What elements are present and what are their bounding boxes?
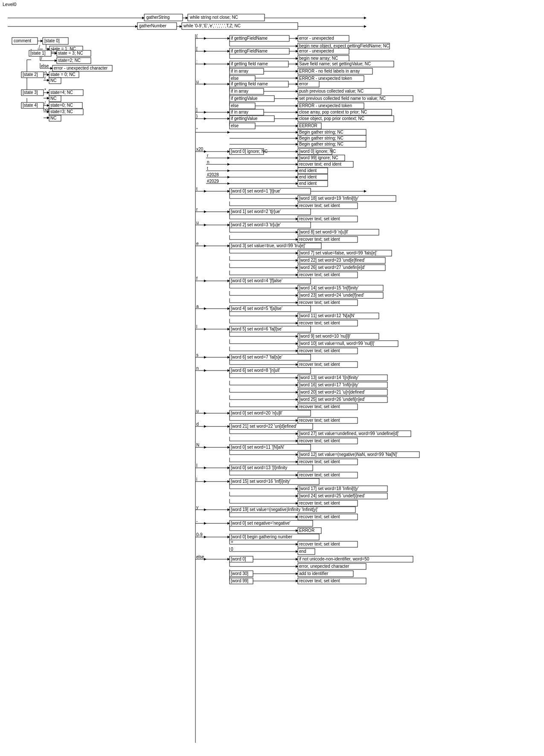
svg-rect-388 [298,459,358,465]
svg-rect-220 [230,188,311,194]
svg-rect-57 [21,90,44,96]
svg-rect-210 [298,174,328,180]
svg-text:recover text; set ident: recover text; set ident [299,300,340,305]
svg-rect-345 [298,389,387,395]
svg-rect-96 [230,48,289,54]
svg-rect-103 [298,55,349,61]
svg-rect-281 [298,285,383,291]
svg-text:y: y [196,505,198,510]
svg-text:recover text; set ident: recover text; set ident [299,203,340,208]
svg-rect-428 [230,520,313,526]
svg-rect-12 [182,23,298,29]
svg-text:[word 0] set negative='negativ: [word 0] set negative='negative' [231,521,291,525]
svg-text:recover text; set ident: recover text; set ident [299,514,340,519]
svg-rect-61 [49,90,83,96]
svg-text:0: 0 [231,547,233,552]
svg-rect-84 [230,35,289,41]
svg-text:state=2; NC: state=2; NC [58,58,81,63]
svg-text:t: t [196,187,198,191]
svg-rect-149 [298,103,364,109]
svg-text:Begin gather string; NC: Begin gather string; NC [299,136,343,140]
page-title: Level0 [0,0,544,9]
svg-rect-447 [298,549,315,555]
svg-text:NC: NC [50,78,56,83]
svg-rect-67 [21,102,44,108]
svg-rect-294 [230,306,311,312]
svg-rect-18 [43,38,68,44]
svg-text:recover text; set ident: recover text; set ident [299,578,340,583]
svg-rect-215 [298,181,328,187]
svg-text:[word 7] set value=false, word: [word 7] set value=false, word=99 'fals[… [299,251,377,255]
svg-text:gatherNumber: gatherNumber [139,23,167,28]
svg-text:#2029: #2029 [207,179,219,184]
svg-rect-362 [298,417,358,423]
svg-rect-157 [298,109,392,115]
svg-rect-285 [298,292,383,298]
svg-rect-200 [298,161,353,167]
svg-rect-384 [298,452,419,458]
svg-rect-32 [57,50,91,56]
svg-rect-328 [298,362,358,368]
svg-text:f: f [196,276,198,281]
svg-text:[: [ [196,47,198,51]
svg-text:[word 4] set word=5 'f[a]lse': [word 4] set word=5 'f[a]lse' [231,306,282,311]
svg-rect-121 [230,76,255,82]
svg-text:ERROR - no field labels in arr: ERROR - no field labels in array [299,69,360,73]
svg-text:[word 6] set word=7 'fal[s]e': [word 6] set word=7 'fal[s]e' [231,355,282,359]
svg-rect-147 [230,103,255,109]
svg-rect-324 [230,354,311,360]
svg-text:Begin gather string; NC: Begin gather string; NC [299,142,343,146]
svg-rect-28 [29,50,51,56]
svg-rect-37 [57,58,91,64]
svg-text:[word 6] set word=8 '[n]ull': [word 6] set word=8 '[n]ull' [231,368,280,373]
svg-text:else: else [196,555,204,559]
svg-text:[word 2] set word=3 'tr[u]e': [word 2] set word=3 'tr[u]e' [231,222,281,227]
svg-text:[word 0]: [word 0] [231,557,246,561]
svg-rect-375 [298,438,358,444]
svg-text:]: ] [196,108,198,112]
svg-rect-465 [298,571,353,577]
svg-text:recover text; set ident: recover text; set ident [299,216,340,221]
svg-text:state = 1; NC: state = 1; NC [51,47,76,51]
svg-text:[word 9] set word=10 'nu[l]l': [word 9] set word=10 'nu[l]l' [299,334,351,339]
svg-rect-452 [230,556,253,562]
svg-rect-195 [298,155,345,161]
svg-text:state=3; NC: state=3; NC [50,109,73,114]
svg-text:-: - [196,519,198,523]
svg-text:if in array: if in array [231,110,248,114]
svg-rect-260 [298,250,392,256]
svg-text:state = 3; NC: state = 3; NC [58,51,83,55]
svg-rect-135 [230,88,264,94]
svg-text:if getting field name: if getting field name [231,61,268,66]
svg-text:[word 0] set word=1 '[t]rue': [word 0] set word=1 '[t]rue' [231,189,281,193]
svg-rect-23 [49,46,83,52]
svg-rect-169 [230,123,255,129]
svg-text:gatherString: gatherString [146,15,169,20]
svg-rect-123 [298,76,364,82]
svg-rect-380 [230,444,311,450]
svg-rect-238 [298,216,358,222]
svg-text:recover text; set ident: recover text; set ident [299,459,340,464]
svg-rect-264 [298,257,385,263]
svg-rect-46 [21,72,44,78]
svg-text:*: * [44,88,46,93]
svg-rect-143 [298,96,413,102]
svg-text:recover text; set ident: recover text; set ident [299,237,340,242]
svg-text:begin new array; NC: begin new array; NC [299,56,338,61]
svg-rect-463 [230,571,253,577]
svg-rect-234 [230,209,311,215]
svg-rect-71 [49,102,82,108]
svg-text:recover text; set ident: recover text; set ident [299,418,340,423]
svg-rect-229 [298,203,358,209]
svg-text:[state 0]: [state 0] [44,38,60,43]
svg-rect-137 [298,88,381,94]
svg-text:[state 4]: [state 4] [23,103,38,108]
svg-text:if in array: if in array [231,69,248,73]
svg-text:+: + [231,540,233,544]
svg-text:ERROR - unexpected token: ERROR - unexpected token [299,76,352,81]
svg-text:[word 11] set word=12 'N[a]N': [word 11] set word=12 'N[a]N' [299,313,355,318]
svg-text:recover text; set ident: recover text; set ident [299,348,340,353]
svg-text:if gettingFieldName: if gettingFieldName [231,36,268,41]
svg-rect-272 [298,272,358,278]
svg-rect-302 [298,320,358,326]
